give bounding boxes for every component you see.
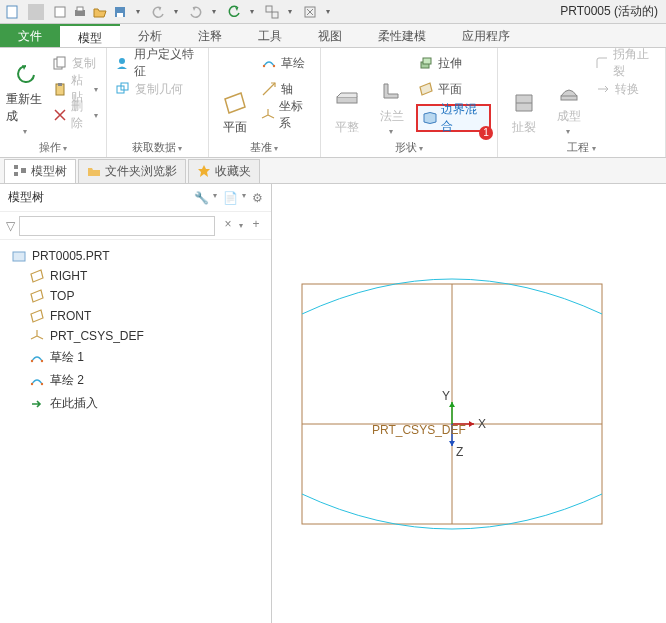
new-icon[interactable] bbox=[52, 4, 68, 20]
extrude-button[interactable]: 拉伸 bbox=[416, 52, 491, 74]
form-button[interactable]: 成型 ▾ bbox=[549, 52, 589, 138]
windows-dropdown-icon[interactable]: ▾ bbox=[282, 4, 298, 20]
boundary-blend-badge: 1 bbox=[479, 126, 493, 140]
regen-dropdown-icon[interactable]: ▾ bbox=[244, 4, 260, 20]
axis-label: 轴 bbox=[281, 81, 293, 98]
tool-filter-icon[interactable]: ⚙ bbox=[252, 191, 263, 205]
plane-icon bbox=[30, 289, 44, 303]
plane-icon bbox=[30, 309, 44, 323]
tree-node-label: 草绘 1 bbox=[50, 349, 84, 366]
copy-label: 复制 bbox=[72, 55, 96, 72]
redo-icon[interactable] bbox=[188, 4, 204, 20]
user-feature-icon bbox=[115, 55, 130, 71]
tree-node-root[interactable]: PRT0005.PRT bbox=[4, 246, 267, 266]
filter-clear-button[interactable]: × bbox=[219, 217, 237, 235]
group-getdata: 用户定义特征 复制几何 获取数据 bbox=[107, 48, 208, 157]
undo-dropdown-icon[interactable]: ▾ bbox=[168, 4, 184, 20]
group-getdata-label[interactable]: 获取数据 bbox=[113, 138, 201, 155]
redo-dropdown-icon[interactable]: ▾ bbox=[206, 4, 222, 20]
corner-relief-label: 拐角止裂 bbox=[613, 46, 657, 80]
axis-x-label: X bbox=[478, 417, 486, 431]
extrude-label: 拉伸 bbox=[438, 55, 462, 72]
tab-annotate[interactable]: 注释 bbox=[180, 24, 240, 47]
tree-node-csys[interactable]: PRT_CSYS_DEF bbox=[4, 326, 267, 346]
copy-geom-button[interactable]: 复制几何 bbox=[113, 78, 201, 100]
delete-button[interactable]: 删除▾ bbox=[50, 104, 100, 126]
tool-settings-icon[interactable]: 🔧 bbox=[194, 191, 209, 205]
boundary-blend-icon bbox=[423, 110, 437, 126]
flatten-button[interactable]: 平整 bbox=[327, 52, 367, 138]
qat-customize-icon[interactable]: ▾ bbox=[320, 4, 336, 20]
plane-icon bbox=[30, 269, 44, 283]
group-operate-label[interactable]: 操作 bbox=[6, 138, 100, 155]
sketch-label: 草绘 bbox=[281, 55, 305, 72]
content-area: 模型树 🔧▾ 📄▾ ⚙ ▽ ×▾ + PRT0005.PRT RIGHT TOP… bbox=[0, 184, 666, 623]
svg-rect-20 bbox=[266, 6, 272, 12]
tab-view[interactable]: 视图 bbox=[300, 24, 360, 47]
sketch-button[interactable]: 草绘 bbox=[259, 52, 314, 74]
regenerate-icon bbox=[12, 61, 40, 89]
tree-node-label: RIGHT bbox=[50, 269, 87, 283]
tree-node-sketch2[interactable]: 草绘 2 bbox=[4, 369, 267, 392]
paste-button[interactable]: 粘贴▾ bbox=[50, 78, 100, 100]
tree-node-right[interactable]: RIGHT bbox=[4, 266, 267, 286]
tree-node-sketch1[interactable]: 草绘 1 bbox=[4, 346, 267, 369]
file-icon[interactable] bbox=[4, 4, 20, 20]
tree-node-label: TOP bbox=[50, 289, 74, 303]
regenerate-button[interactable]: 重新生成 ▾ bbox=[6, 52, 46, 138]
axis-button[interactable]: 轴 bbox=[259, 78, 314, 100]
tool-show-icon[interactable]: 📄 bbox=[223, 191, 238, 205]
flatten-icon bbox=[333, 89, 361, 117]
datum-plane-icon bbox=[221, 89, 249, 117]
save-dropdown-icon[interactable]: ▾ bbox=[130, 4, 146, 20]
split-button[interactable]: 扯裂 bbox=[504, 52, 544, 138]
axis-y-label: Y bbox=[442, 389, 450, 403]
group-engineering-label[interactable]: 工程 bbox=[504, 138, 659, 155]
corner-relief-button[interactable]: 拐角止裂 bbox=[593, 52, 659, 74]
part-icon bbox=[12, 249, 26, 263]
save-icon[interactable] bbox=[112, 4, 128, 20]
quick-access-toolbar: ▾ ▾ ▾ ▾ ▾ ▾ bbox=[4, 4, 336, 20]
group-datum-label[interactable]: 基准 bbox=[215, 138, 315, 155]
tree-node-front[interactable]: FRONT bbox=[4, 306, 267, 326]
tab-apps[interactable]: 应用程序 bbox=[444, 24, 528, 47]
group-shape-label[interactable]: 形状 bbox=[327, 138, 491, 155]
tree-node-insert[interactable]: 在此插入 bbox=[4, 392, 267, 415]
open-icon[interactable] bbox=[92, 4, 108, 20]
tree-node-top[interactable]: TOP bbox=[4, 286, 267, 306]
ribbon-body: 重新生成 ▾ 复制 粘贴▾ 删除▾ 操作 用户定义特征 复制几何 获取数据 bbox=[0, 48, 666, 158]
plane-button[interactable]: 平面 bbox=[215, 52, 255, 138]
boundary-blend-button[interactable]: 边界混合 bbox=[421, 107, 486, 129]
svg-rect-21 bbox=[272, 12, 278, 18]
flange-label: 法兰 bbox=[380, 108, 404, 125]
convert-button[interactable]: 转换 bbox=[593, 78, 659, 100]
panel-tab-favorites[interactable]: 收藏夹 bbox=[188, 159, 260, 183]
undo-icon[interactable] bbox=[150, 4, 166, 20]
windows-icon[interactable] bbox=[264, 4, 280, 20]
panel-tab-file-browser[interactable]: 文件夹浏览影 bbox=[78, 159, 186, 183]
tab-analysis[interactable]: 分析 bbox=[120, 24, 180, 47]
model-tree-panel: 模型树 🔧▾ 📄▾ ⚙ ▽ ×▾ + PRT0005.PRT RIGHT TOP… bbox=[0, 184, 272, 623]
viewport[interactable]: X Y Z PRT_CSYS_DEF bbox=[272, 184, 666, 623]
flatten-label: 平整 bbox=[335, 119, 359, 136]
tab-tools[interactable]: 工具 bbox=[240, 24, 300, 47]
tab-model[interactable]: 模型 bbox=[60, 24, 120, 47]
copy-button[interactable]: 复制 bbox=[50, 52, 100, 74]
svg-rect-25 bbox=[21, 168, 26, 173]
regen-icon[interactable] bbox=[226, 4, 242, 20]
filter-add-button[interactable]: + bbox=[247, 217, 265, 235]
close-view-icon[interactable] bbox=[302, 4, 318, 20]
shape-plane-button[interactable]: 平面 bbox=[416, 78, 491, 100]
filter-funnel-icon[interactable]: ▽ bbox=[6, 219, 15, 233]
tab-file[interactable]: 文件 bbox=[0, 24, 60, 47]
copy-geom-icon bbox=[115, 81, 131, 97]
user-feature-button[interactable]: 用户定义特征 bbox=[113, 52, 201, 74]
tab-flexible[interactable]: 柔性建模 bbox=[360, 24, 444, 47]
csys-button[interactable]: 坐标系 bbox=[259, 104, 314, 126]
model-tree-title: 模型树 bbox=[8, 189, 194, 206]
plane-label: 平面 bbox=[223, 119, 247, 136]
print-icon[interactable] bbox=[72, 4, 88, 20]
flange-button[interactable]: 法兰 ▾ bbox=[371, 52, 411, 138]
panel-tab-model-tree[interactable]: 模型树 bbox=[4, 159, 76, 183]
filter-input[interactable] bbox=[19, 216, 215, 236]
